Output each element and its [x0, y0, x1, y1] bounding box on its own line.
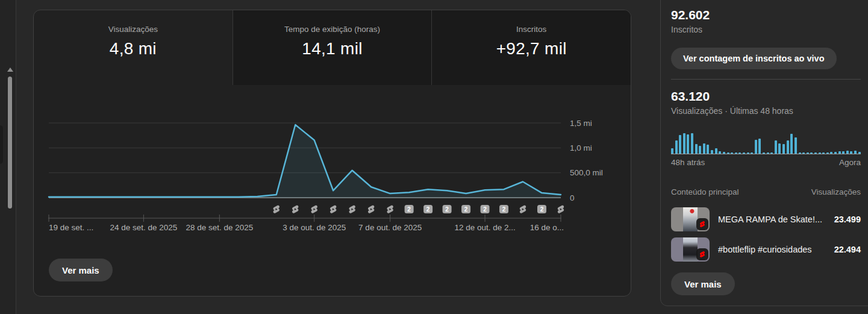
views-48h-label: Visualizações · Últimas 48 horas [671, 106, 868, 116]
mini-bar [758, 139, 761, 154]
mini-bar [814, 152, 817, 154]
mini-bar [727, 152, 729, 154]
content-row[interactable]: MEGA RAMPA de Skate!... 23.499 [671, 207, 861, 231]
tab-tempo-de-exibicao[interactable]: Tempo de exibição (horas) 14,1 mil [233, 10, 432, 85]
mini-bar [683, 133, 685, 154]
ver-mais-button[interactable]: Ver mais [49, 259, 113, 281]
mini-bar [790, 134, 793, 154]
publish-marker-shorts-icon[interactable] [520, 206, 526, 213]
publish-marker-shorts-icon[interactable] [273, 206, 279, 213]
content-row[interactable]: #bottleflip #curiosidades 22.494 [671, 237, 861, 262]
mini-chart-right-label: Agora [839, 158, 861, 167]
tab-value: +92,7 mil [432, 39, 631, 58]
mini-bar [747, 152, 749, 154]
mini-bar [735, 152, 737, 154]
thumbnail-image [683, 207, 698, 231]
x-axis-label: 24 de set. de 2025 [110, 223, 177, 232]
video-views: 22.494 [834, 245, 861, 254]
publish-marker-count-label: 2 [426, 206, 430, 213]
mini-bar [707, 145, 709, 154]
video-thumbnail [671, 237, 710, 262]
channel-summary-card: 92.602 Inscritos Ver contagem de inscrit… [660, 0, 868, 306]
x-axis-label: 3 de out. de 2025 [283, 223, 346, 232]
publish-marker-count-label: 2 [502, 206, 506, 213]
mini-bar [723, 152, 725, 154]
mini-bar [699, 146, 701, 154]
publish-marker-count-label: 2 [407, 206, 411, 213]
mini-bar [703, 143, 705, 154]
publish-marker-shorts-icon[interactable] [368, 206, 374, 213]
publish-marker-count-label: 2 [540, 206, 544, 213]
y-axis-label: 1,0 mi [570, 143, 592, 152]
mini-bar [763, 152, 765, 154]
mini-bar [842, 151, 845, 154]
publish-marker-count-label: 2 [483, 206, 487, 213]
tab-inscritos[interactable]: Inscritos +92,7 mil [431, 10, 631, 85]
publish-marker-shorts-icon[interactable] [292, 206, 298, 213]
mini-bar [854, 151, 857, 154]
mini-bar [743, 152, 745, 154]
mini-bar [767, 152, 769, 154]
tab-label: Visualizações [34, 25, 233, 34]
scrollbar-up-arrow-icon[interactable] [7, 68, 13, 72]
mini-bar [850, 151, 852, 154]
scrollbar-thumb[interactable] [8, 77, 12, 209]
mini-bar [691, 133, 693, 154]
mini-bar [719, 151, 721, 154]
section-divider [671, 79, 861, 80]
mini-bar [819, 152, 821, 154]
mini-bar [846, 151, 849, 154]
mini-bar [695, 144, 698, 154]
publish-marker-shorts-icon[interactable] [311, 206, 317, 213]
mini-bar [671, 148, 673, 154]
mini-bar [687, 134, 689, 154]
mini-bar [810, 152, 813, 154]
live-subscriber-count-button[interactable]: Ver contagem de inscritos ao vivo [671, 48, 837, 69]
mini-bar [799, 152, 801, 154]
mini-bar [775, 140, 777, 154]
y-axis-label: 0 [570, 193, 575, 203]
tab-visualizacoes[interactable]: Visualizações 4,8 mi [34, 10, 233, 85]
subscriber-count: 92.602 [671, 8, 868, 22]
shorts-badge-icon [696, 248, 708, 260]
mini-bar [755, 140, 757, 154]
mini-bar [838, 151, 841, 154]
y-axis-label: 1,5 mi [570, 119, 592, 128]
video-title: MEGA RAMPA de Skate!... [718, 215, 828, 224]
youtube-studio-dashboard: Visualizações 4,8 mi Tempo de exibição (… [0, 0, 868, 314]
subscriber-label: Inscritos [671, 25, 868, 34]
tab-label: Inscritos [432, 25, 631, 34]
publish-marker-shorts-icon[interactable] [558, 206, 564, 213]
mini-chart-left-label: 48h atrás [671, 158, 705, 167]
mini-bar [802, 152, 805, 154]
publish-marker-shorts-icon[interactable] [349, 206, 355, 213]
publish-marker-shorts-icon[interactable] [387, 206, 393, 213]
x-axis-label: 19 de set. ... [49, 223, 93, 232]
tab-value: 14,1 mil [233, 39, 432, 58]
views-48h-count: 63.120 [671, 89, 868, 104]
scroll-indicator [0, 125, 3, 164]
x-axis-label: 7 de out. de 2025 [358, 223, 422, 232]
mini-bar [711, 150, 713, 154]
mini-bar [770, 152, 773, 154]
views-line-chart: 1,5 mi1,0 mi500,0 mil0222222219 de set. … [34, 85, 631, 297]
x-axis-label: 28 de set. de 2025 [186, 223, 253, 232]
video-thumbnail [671, 207, 710, 231]
mini-bar [679, 135, 681, 154]
ver-mais-label: Ver mais [684, 279, 722, 289]
metric-tabs: Visualizações 4,8 mi Tempo de exibição (… [34, 10, 631, 85]
publish-marker-count-label: 2 [445, 206, 449, 213]
ver-mais-label: Ver mais [62, 265, 99, 275]
tab-value: 4,8 mi [34, 39, 233, 58]
ver-mais-button-right[interactable]: Ver mais [671, 272, 735, 295]
mini-bar [830, 152, 832, 154]
shorts-badge-icon [696, 218, 708, 230]
mini-bar [778, 143, 781, 154]
mini-bar [822, 152, 825, 154]
left-rail [0, 0, 16, 314]
publish-marker-shorts-icon[interactable] [330, 206, 336, 213]
mini-bar [834, 152, 837, 154]
mini-bar [751, 152, 753, 154]
mini-bar [715, 148, 717, 154]
y-axis-label: 500,0 mil [570, 168, 603, 177]
